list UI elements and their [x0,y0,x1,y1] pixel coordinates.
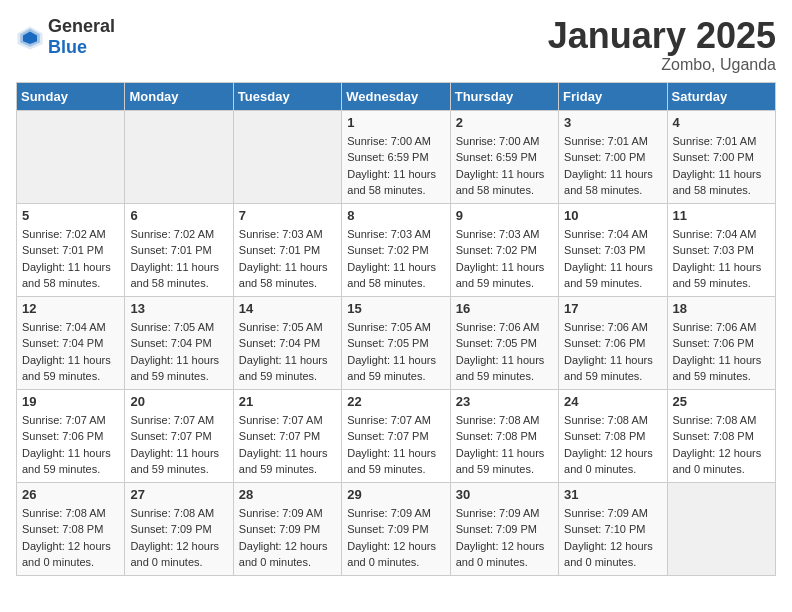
calendar-week-row: 1Sunrise: 7:00 AMSunset: 6:59 PMDaylight… [17,110,776,203]
day-number: 30 [456,487,553,502]
calendar-header-row: SundayMondayTuesdayWednesdayThursdayFrid… [17,82,776,110]
calendar-cell: 1Sunrise: 7:00 AMSunset: 6:59 PMDaylight… [342,110,450,203]
logo-text-blue: Blue [48,37,87,57]
day-number: 24 [564,394,661,409]
day-info: Sunrise: 7:03 AMSunset: 7:02 PMDaylight:… [456,226,553,292]
calendar-cell [17,110,125,203]
day-info: Sunrise: 7:06 AMSunset: 7:06 PMDaylight:… [673,319,770,385]
day-info: Sunrise: 7:00 AMSunset: 6:59 PMDaylight:… [456,133,553,199]
calendar-week-row: 12Sunrise: 7:04 AMSunset: 7:04 PMDayligh… [17,296,776,389]
calendar-cell: 27Sunrise: 7:08 AMSunset: 7:09 PMDayligh… [125,482,233,575]
day-info: Sunrise: 7:04 AMSunset: 7:03 PMDaylight:… [564,226,661,292]
calendar-cell: 23Sunrise: 7:08 AMSunset: 7:08 PMDayligh… [450,389,558,482]
day-info: Sunrise: 7:09 AMSunset: 7:10 PMDaylight:… [564,505,661,571]
calendar-cell: 7Sunrise: 7:03 AMSunset: 7:01 PMDaylight… [233,203,341,296]
calendar-cell: 8Sunrise: 7:03 AMSunset: 7:02 PMDaylight… [342,203,450,296]
day-info: Sunrise: 7:08 AMSunset: 7:09 PMDaylight:… [130,505,227,571]
logo-text-general: General [48,16,115,36]
calendar-cell: 4Sunrise: 7:01 AMSunset: 7:00 PMDaylight… [667,110,775,203]
day-info: Sunrise: 7:04 AMSunset: 7:03 PMDaylight:… [673,226,770,292]
calendar-cell [125,110,233,203]
day-info: Sunrise: 7:03 AMSunset: 7:02 PMDaylight:… [347,226,444,292]
header-friday: Friday [559,82,667,110]
day-info: Sunrise: 7:04 AMSunset: 7:04 PMDaylight:… [22,319,119,385]
calendar-week-row: 26Sunrise: 7:08 AMSunset: 7:08 PMDayligh… [17,482,776,575]
page-header: General Blue January 2025 Zombo, Uganda [16,16,776,74]
day-info: Sunrise: 7:08 AMSunset: 7:08 PMDaylight:… [564,412,661,478]
day-number: 19 [22,394,119,409]
day-number: 23 [456,394,553,409]
day-info: Sunrise: 7:00 AMSunset: 6:59 PMDaylight:… [347,133,444,199]
calendar-cell: 15Sunrise: 7:05 AMSunset: 7:05 PMDayligh… [342,296,450,389]
day-number: 18 [673,301,770,316]
day-info: Sunrise: 7:09 AMSunset: 7:09 PMDaylight:… [239,505,336,571]
calendar-cell [667,482,775,575]
day-number: 12 [22,301,119,316]
calendar-cell: 2Sunrise: 7:00 AMSunset: 6:59 PMDaylight… [450,110,558,203]
day-number: 20 [130,394,227,409]
day-number: 7 [239,208,336,223]
header-saturday: Saturday [667,82,775,110]
calendar-cell: 28Sunrise: 7:09 AMSunset: 7:09 PMDayligh… [233,482,341,575]
day-number: 4 [673,115,770,130]
calendar-cell: 16Sunrise: 7:06 AMSunset: 7:05 PMDayligh… [450,296,558,389]
day-info: Sunrise: 7:09 AMSunset: 7:09 PMDaylight:… [347,505,444,571]
day-number: 2 [456,115,553,130]
calendar-cell: 6Sunrise: 7:02 AMSunset: 7:01 PMDaylight… [125,203,233,296]
day-info: Sunrise: 7:05 AMSunset: 7:04 PMDaylight:… [239,319,336,385]
day-number: 10 [564,208,661,223]
calendar-cell: 11Sunrise: 7:04 AMSunset: 7:03 PMDayligh… [667,203,775,296]
title-block: January 2025 Zombo, Uganda [548,16,776,74]
day-info: Sunrise: 7:03 AMSunset: 7:01 PMDaylight:… [239,226,336,292]
day-info: Sunrise: 7:06 AMSunset: 7:06 PMDaylight:… [564,319,661,385]
calendar-cell: 19Sunrise: 7:07 AMSunset: 7:06 PMDayligh… [17,389,125,482]
calendar-cell: 26Sunrise: 7:08 AMSunset: 7:08 PMDayligh… [17,482,125,575]
day-info: Sunrise: 7:02 AMSunset: 7:01 PMDaylight:… [22,226,119,292]
day-number: 9 [456,208,553,223]
day-info: Sunrise: 7:08 AMSunset: 7:08 PMDaylight:… [22,505,119,571]
calendar-week-row: 19Sunrise: 7:07 AMSunset: 7:06 PMDayligh… [17,389,776,482]
day-number: 28 [239,487,336,502]
day-info: Sunrise: 7:07 AMSunset: 7:07 PMDaylight:… [239,412,336,478]
day-number: 15 [347,301,444,316]
day-number: 29 [347,487,444,502]
day-info: Sunrise: 7:07 AMSunset: 7:06 PMDaylight:… [22,412,119,478]
day-number: 16 [456,301,553,316]
day-number: 11 [673,208,770,223]
logo-icon [16,23,44,51]
header-sunday: Sunday [17,82,125,110]
day-info: Sunrise: 7:02 AMSunset: 7:01 PMDaylight:… [130,226,227,292]
day-info: Sunrise: 7:01 AMSunset: 7:00 PMDaylight:… [673,133,770,199]
calendar-cell: 5Sunrise: 7:02 AMSunset: 7:01 PMDaylight… [17,203,125,296]
day-number: 25 [673,394,770,409]
calendar-cell: 14Sunrise: 7:05 AMSunset: 7:04 PMDayligh… [233,296,341,389]
day-number: 6 [130,208,227,223]
header-wednesday: Wednesday [342,82,450,110]
calendar-cell: 17Sunrise: 7:06 AMSunset: 7:06 PMDayligh… [559,296,667,389]
month-title: January 2025 [548,16,776,56]
calendar-cell: 21Sunrise: 7:07 AMSunset: 7:07 PMDayligh… [233,389,341,482]
header-tuesday: Tuesday [233,82,341,110]
calendar-cell: 31Sunrise: 7:09 AMSunset: 7:10 PMDayligh… [559,482,667,575]
calendar-cell: 25Sunrise: 7:08 AMSunset: 7:08 PMDayligh… [667,389,775,482]
day-info: Sunrise: 7:08 AMSunset: 7:08 PMDaylight:… [673,412,770,478]
calendar-cell: 12Sunrise: 7:04 AMSunset: 7:04 PMDayligh… [17,296,125,389]
day-number: 5 [22,208,119,223]
calendar-cell: 24Sunrise: 7:08 AMSunset: 7:08 PMDayligh… [559,389,667,482]
header-thursday: Thursday [450,82,558,110]
calendar-cell [233,110,341,203]
day-number: 26 [22,487,119,502]
day-info: Sunrise: 7:08 AMSunset: 7:08 PMDaylight:… [456,412,553,478]
day-info: Sunrise: 7:09 AMSunset: 7:09 PMDaylight:… [456,505,553,571]
day-number: 17 [564,301,661,316]
day-number: 14 [239,301,336,316]
day-number: 1 [347,115,444,130]
day-info: Sunrise: 7:06 AMSunset: 7:05 PMDaylight:… [456,319,553,385]
day-number: 22 [347,394,444,409]
day-info: Sunrise: 7:01 AMSunset: 7:00 PMDaylight:… [564,133,661,199]
calendar-cell: 29Sunrise: 7:09 AMSunset: 7:09 PMDayligh… [342,482,450,575]
day-info: Sunrise: 7:07 AMSunset: 7:07 PMDaylight:… [130,412,227,478]
day-number: 31 [564,487,661,502]
calendar-week-row: 5Sunrise: 7:02 AMSunset: 7:01 PMDaylight… [17,203,776,296]
calendar-cell: 22Sunrise: 7:07 AMSunset: 7:07 PMDayligh… [342,389,450,482]
